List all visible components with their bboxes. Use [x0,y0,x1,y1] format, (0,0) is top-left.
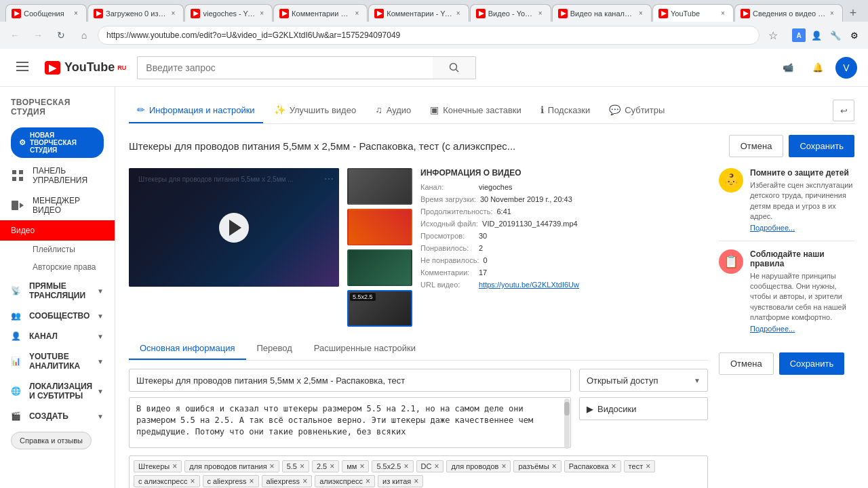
extension-btn-1[interactable]: A [792,28,806,42]
save-button[interactable]: Сохранить [789,135,854,157]
tag-item: разъёмы× [513,460,561,472]
playlist-field[interactable]: ▶ Видосики [579,397,708,420]
tag-remove-icon[interactable]: × [302,477,307,485]
page: ▶ YouTubeRU 📹 🔔 V ТВОРЧЕСКАЯ СТУДИЯ ⚙ НО… [0,49,868,488]
tag-remove-icon[interactable]: × [501,462,506,470]
forward-button[interactable]: → [28,26,47,45]
rules-card-link[interactable]: Подробнее... [750,325,795,333]
sidebar-sub-copyright[interactable]: Авторские права [0,258,115,276]
extension-btn-2[interactable]: 👤 [808,27,825,43]
tab-favicon-1 [12,9,21,18]
tab-close-4[interactable]: × [352,9,361,18]
menu-icon[interactable] [11,56,34,79]
tab-close-7[interactable]: × [636,9,646,18]
sidebar-item-analytics[interactable]: 📊 YOUTUBE АНАЛИТИКА ▼ [0,346,115,376]
tab-2[interactable]: Загружено 0 из 1 - Yo... × [87,4,184,22]
video-camera-icon[interactable]: 📹 [776,56,800,80]
home-button[interactable]: ⌂ [75,26,94,45]
tab-close-2[interactable]: × [168,9,178,18]
thumbnail-2[interactable] [347,209,412,245]
sidebar-item-video-manager[interactable]: МЕНЕДЖЕР ВИДЕО [0,190,115,220]
notifications-icon[interactable]: 🔔 [806,56,830,80]
sidebar-item-panel[interactable]: ПАНЕЛЬ УПРАВЛЕНИЯ [0,161,115,190]
sidebar-sub-playlists[interactable]: Плейлисты [0,241,115,258]
tab-close-1[interactable]: × [71,9,81,18]
tab-audio[interactable]: ♫ Аудио [367,98,419,123]
url-value[interactable]: https://youtu.be/G2KLXtdI6Uw [479,281,579,289]
sidebar-item-community[interactable]: 👥 СООБЩЕСТВО ▼ [0,306,115,326]
sidebar-item-channel[interactable]: 👤 КАНАЛ ▼ [0,326,115,346]
help-feedback-button[interactable]: Справка и отзывы [11,432,92,449]
extension-btn-4[interactable]: ⚙ [846,27,863,43]
user-avatar[interactable]: V [835,57,857,79]
tag-remove-icon[interactable]: × [434,462,439,470]
cancel-button[interactable]: Отмена [729,135,784,157]
tag-remove-icon[interactable]: × [612,462,616,470]
search-button[interactable] [433,56,476,79]
tab-info[interactable]: ✏ Информация и настройки [129,98,263,123]
tag-remove-icon[interactable]: × [270,462,275,470]
thumbnail-1[interactable] [347,168,412,205]
search-input[interactable] [137,56,433,79]
extension-btn-3[interactable]: 🔧 [827,27,844,43]
tab-close-9[interactable]: × [827,9,837,18]
bottom-cancel-button[interactable]: Отмена [719,352,774,375]
address-input[interactable]: https://www.youtube.com/edit?o=U&video_i… [98,26,760,45]
bookmark-icon[interactable]: ☆ [764,26,783,45]
tag-remove-icon[interactable]: × [190,477,195,485]
sidebar-item-video[interactable]: Видео [0,220,115,241]
tag-remove-icon[interactable]: × [172,462,177,470]
textarea-scrollbar[interactable] [564,399,570,449]
sidebar-item-create[interactable]: 🎬 СОЗДАТЬ ▼ [0,406,115,426]
tab-title-9: Сведения о видео - YouTube Studio [753,9,826,18]
svg-marker-5 [479,11,484,16]
tab-4[interactable]: Комментарии на кан... × [273,4,368,22]
tag-remove-icon[interactable]: × [414,477,418,485]
tag-remove-icon[interactable]: × [359,462,364,470]
tab-hints[interactable]: ℹ Подсказки [532,98,598,123]
sidebar-new-studio-button[interactable]: ⚙ НОВАЯ ТВОРЧЕСКАЯ СТУДИЯ [11,127,104,158]
tag-remove-icon[interactable]: × [552,462,557,470]
title-input[interactable] [129,369,571,392]
play-overlay[interactable] [219,213,249,243]
back-button[interactable]: ← [5,26,24,45]
tag-remove-icon[interactable]: × [403,462,408,470]
tab-endcards[interactable]: ▣ Конечные заставки [422,98,530,123]
tab-favicon-6 [476,9,486,18]
tag-remove-icon[interactable]: × [330,462,334,470]
form-tab-basic[interactable]: Основная информация [129,338,246,360]
tab-7[interactable]: Видео на канале - You... × [552,4,652,22]
sidebar-item-streams[interactable]: 📡 ПРЯМЫЕ ТРАНСЛЯЦИИ ▼ [0,276,115,306]
thumbnail-3[interactable] [347,249,412,286]
tab-subtitles[interactable]: 💬 Субтитры [601,98,673,123]
tab-1[interactable]: Сообщения × [5,4,87,22]
tab-close-3[interactable]: × [257,9,267,18]
tab-favicon-5 [374,9,384,18]
tab-8[interactable]: YouTube × [652,4,734,22]
bottom-save-button[interactable]: Сохранить [779,352,845,375]
tag-remove-icon[interactable]: × [366,477,370,485]
tab-close-8[interactable]: × [718,9,728,18]
new-tab-button[interactable]: + [844,4,863,22]
description-textarea[interactable] [129,397,571,448]
yt-logo[interactable]: ▶ YouTubeRU [45,60,126,75]
sidebar-item-localization[interactable]: 🌐 ЛОКАЛИЗАЦИЯ И СУБТИТРЫ ▼ [0,376,115,406]
tag-remove-icon[interactable]: × [646,462,650,470]
tag-remove-icon[interactable]: × [250,477,254,485]
tab-3[interactable]: viegoches - YouTube × [184,4,273,22]
tab-improve[interactable]: ✨ Улучшить видео [266,98,365,123]
video-label: Видео [11,226,35,235]
tab-close-5[interactable]: × [454,9,463,18]
reload-button[interactable]: ↻ [52,26,71,45]
tab-5[interactable]: Комментарии - YouTub... × [368,4,469,22]
tab-9[interactable]: Сведения о видео - YouTube Studio × [734,4,843,22]
tab-6[interactable]: Видео - YouTube × [470,4,551,22]
child-card-link[interactable]: Подробнее... [750,224,795,232]
tag-remove-icon[interactable]: × [300,462,304,470]
thumbnail-4[interactable]: 5.5x2.5 [347,290,412,327]
form-tab-translate[interactable]: Перевод [246,338,303,360]
back-button[interactable]: ↩ [833,100,854,121]
form-tab-advanced[interactable]: Расширенные настройки [303,338,427,360]
access-select[interactable]: Открытый доступ ▼ [579,369,708,392]
tab-close-6[interactable]: × [536,9,545,18]
